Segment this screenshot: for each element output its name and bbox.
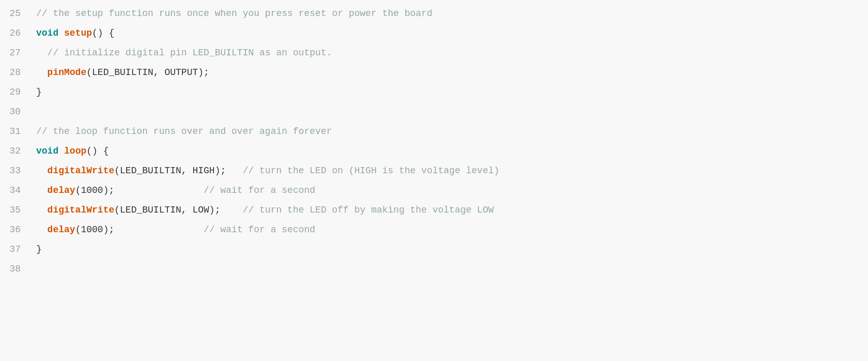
- keyword-token: void: [36, 146, 58, 156]
- normal-token: }: [36, 87, 42, 97]
- normal-token: (LED_BUILTIN, OUTPUT);: [86, 67, 209, 78]
- code-line: 26void setup() {: [0, 25, 868, 44]
- normal-token: [36, 166, 48, 176]
- code-line: 29}: [0, 84, 868, 103]
- comment-token: // wait for a second: [204, 224, 315, 235]
- line-number: 34: [0, 183, 36, 198]
- function-token: loop: [64, 146, 86, 156]
- function-token: pinMode: [48, 67, 87, 78]
- line-content: }: [36, 242, 868, 257]
- line-number: 31: [0, 124, 36, 139]
- line-number: 29: [0, 85, 36, 100]
- normal-token: () {: [86, 146, 109, 156]
- line-number: 37: [0, 242, 36, 257]
- comment-token: // initialize digital pin LED_BUILTIN as…: [48, 48, 332, 58]
- line-number: 32: [0, 144, 36, 159]
- code-line: 30: [0, 103, 868, 123]
- line-number: 30: [0, 104, 36, 119]
- function-token: digitalWrite: [48, 205, 115, 215]
- function-token: digitalWrite: [48, 166, 115, 176]
- line-number: 27: [0, 46, 36, 61]
- line-number: 35: [0, 203, 36, 218]
- comment-token: // wait for a second: [204, 185, 315, 195]
- normal-token: [36, 48, 48, 58]
- line-number: 26: [0, 26, 36, 41]
- code-line: 33 digitalWrite(LED_BUILTIN, HIGH); // t…: [0, 162, 868, 182]
- line-number: 33: [0, 163, 36, 178]
- line-content: // initialize digital pin LED_BUILTIN as…: [36, 46, 868, 61]
- normal-token: }: [36, 244, 42, 254]
- normal-token: [36, 205, 48, 215]
- line-number: 38: [0, 262, 36, 277]
- normal-token: [58, 146, 64, 156]
- normal-token: (1000);: [75, 185, 204, 195]
- line-content: delay(1000); // wait for a second: [36, 183, 868, 198]
- comment-token: // turn the LED on (HIGH is the voltage …: [243, 166, 500, 176]
- code-line: 34 delay(1000); // wait for a second: [0, 182, 868, 202]
- line-number: 36: [0, 222, 36, 237]
- code-line: 27 // initialize digital pin LED_BUILTIN…: [0, 44, 868, 64]
- normal-token: [36, 224, 48, 235]
- comment-token: // turn the LED off by making the voltag…: [243, 205, 494, 215]
- normal-token: () {: [92, 28, 114, 38]
- normal-token: (LED_BUILTIN, HIGH);: [114, 166, 242, 176]
- line-number: 28: [0, 65, 36, 80]
- line-content: // the setup function runs once when you…: [36, 6, 868, 21]
- line-content: digitalWrite(LED_BUILTIN, HIGH); // turn…: [36, 163, 868, 178]
- normal-token: [58, 28, 64, 38]
- line-content: void setup() {: [36, 26, 868, 41]
- line-content: void loop() {: [36, 144, 868, 159]
- line-content: delay(1000); // wait for a second: [36, 222, 868, 237]
- normal-token: (LED_BUILTIN, LOW);: [114, 205, 242, 215]
- code-line: 35 digitalWrite(LED_BUILTIN, LOW); // tu…: [0, 202, 868, 221]
- comment-token: // the loop function runs over and over …: [36, 126, 332, 137]
- line-content: }: [36, 85, 868, 100]
- normal-token: [36, 67, 48, 78]
- line-number: 25: [0, 6, 36, 21]
- function-token: delay: [48, 224, 75, 235]
- code-editor: 25// the setup function runs once when y…: [0, 0, 868, 361]
- line-content: // the loop function runs over and over …: [36, 124, 868, 139]
- code-line: 36 delay(1000); // wait for a second: [0, 221, 868, 241]
- line-content: pinMode(LED_BUILTIN, OUTPUT);: [36, 65, 868, 80]
- code-line: 28 pinMode(LED_BUILTIN, OUTPUT);: [0, 64, 868, 84]
- function-token: delay: [48, 185, 75, 195]
- code-line: 31// the loop function runs over and ove…: [0, 123, 868, 143]
- line-content: digitalWrite(LED_BUILTIN, LOW); // turn …: [36, 203, 868, 218]
- comment-token: // the setup function runs once when you…: [36, 8, 432, 19]
- code-line: 37}: [0, 241, 868, 261]
- code-line: 38: [0, 261, 868, 280]
- function-token: setup: [64, 28, 92, 38]
- normal-token: (1000);: [75, 224, 204, 235]
- normal-token: [36, 185, 48, 195]
- code-line: 25// the setup function runs once when y…: [0, 5, 868, 25]
- keyword-token: void: [36, 28, 58, 38]
- code-line: 32void loop() {: [0, 143, 868, 162]
